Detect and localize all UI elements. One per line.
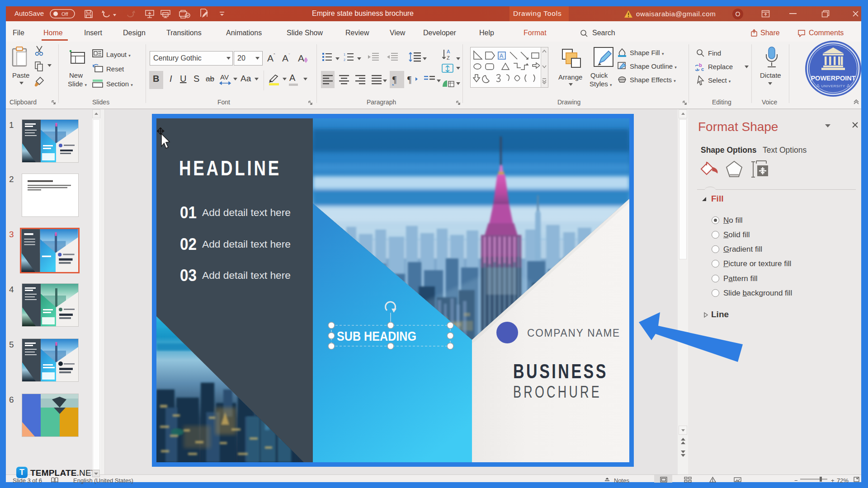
- svg-text:Z: Z: [447, 55, 450, 61]
- svg-text:COMPANY NAME: COMPANY NAME: [527, 327, 620, 339]
- svg-text:c: c: [701, 66, 704, 72]
- svg-text:Add detail text here: Add detail text here: [202, 207, 291, 218]
- svg-text:Add detail text here: Add detail text here: [202, 239, 291, 250]
- svg-text:Add detail text here: Add detail text here: [202, 270, 291, 281]
- svg-text:SUB HEADING: SUB HEADING: [337, 329, 416, 343]
- svg-text:Off: Off: [61, 11, 68, 17]
- svg-text:03: 03: [180, 266, 197, 285]
- svg-text:BUSINESS: BUSINESS: [513, 360, 608, 383]
- svg-text:A: A: [500, 53, 503, 59]
- svg-text:BROCHURE: BROCHURE: [513, 383, 602, 401]
- svg-text:HEADLINE: HEADLINE: [179, 156, 281, 180]
- svg-text:02: 02: [180, 235, 197, 253]
- svg-text:2: 2: [344, 58, 345, 61]
- svg-text:01: 01: [180, 203, 197, 222]
- svg-text:1: 1: [344, 53, 345, 56]
- svg-text:⁂ UNIVERSITY ⁂: ⁂ UNIVERSITY ⁂: [816, 84, 850, 88]
- svg-text:POWERPOINT: POWERPOINT: [811, 75, 855, 82]
- svg-text:¶: ¶: [407, 75, 411, 84]
- svg-text:A: A: [447, 49, 450, 54]
- svg-text:¶: ¶: [392, 75, 396, 84]
